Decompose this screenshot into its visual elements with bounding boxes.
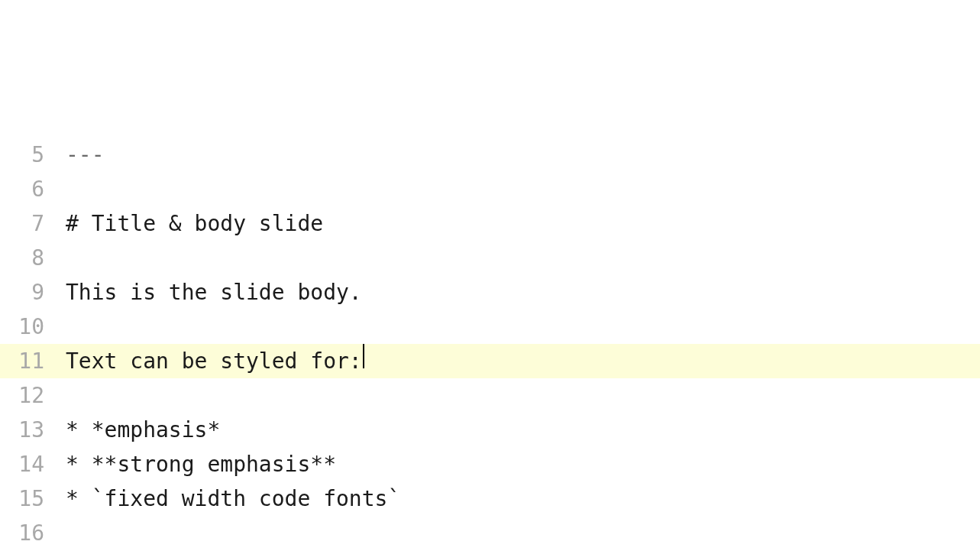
token-default: This is the slide body. [66,275,362,310]
line-number: 12 [0,378,50,413]
line-number: 6 [0,172,50,206]
line-number: 13 [0,413,50,447]
line-content[interactable]: * `fixed width code fonts` [50,481,400,516]
line-number: 15 [0,481,50,516]
token-default: * **strong emphasis** [66,447,336,481]
editor-line[interactable]: 15* `fixed width code fonts` [0,481,980,516]
editor-line[interactable]: 11Text can be styled for: [0,344,980,378]
editor-line[interactable]: 13* *emphasis* [0,413,980,447]
editor-line[interactable]: 5--- [0,138,980,172]
token-default: Text can be styled for: [66,344,362,378]
editor-line[interactable]: 6 [0,172,980,206]
token-default: # Title & body slide [66,206,323,241]
line-number: 7 [0,206,50,241]
text-cursor [363,344,364,368]
line-content[interactable]: This is the slide body. [50,275,362,310]
line-number: 10 [0,310,50,344]
line-content[interactable]: # Title & body slide [50,206,323,241]
editor-line[interactable]: 16 [0,516,980,550]
editor-line[interactable]: 10 [0,310,980,344]
line-number: 14 [0,447,50,481]
line-content[interactable]: Text can be styled for: [50,344,364,378]
editor-line[interactable]: 8 [0,241,980,275]
editor-line[interactable]: 12 [0,378,980,413]
editor-line[interactable]: 7# Title & body slide [0,206,980,241]
line-content[interactable]: * **strong emphasis** [50,447,336,481]
editor-line[interactable]: 9This is the slide body. [0,275,980,310]
line-number: 5 [0,138,50,172]
line-number: 9 [0,275,50,310]
line-content[interactable]: --- [50,138,105,172]
code-editor[interactable]: 5---67# Title & body slide89This is the … [0,138,980,551]
token-default: * `fixed width code fonts` [66,481,400,516]
line-content[interactable]: * *emphasis* [50,413,220,447]
editor-line[interactable]: 14* **strong emphasis** [0,447,980,481]
line-number: 16 [0,516,50,550]
line-number: 11 [0,344,50,378]
token-default: * *emphasis* [66,413,220,447]
line-number: 8 [0,241,50,275]
token-punc: --- [66,138,105,172]
